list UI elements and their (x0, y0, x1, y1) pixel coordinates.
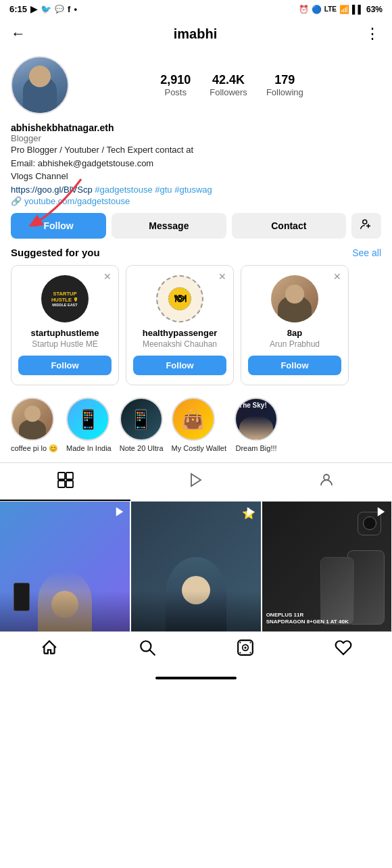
profile-section: 2,910 Posts 42.4K Followers 179 Followin… (0, 49, 392, 206)
status-right: ⏰ 🔵 LTE 📶 ▌▌ 63% (299, 5, 383, 14)
svg-text:🍽: 🍽 (174, 292, 187, 305)
bio-hashtag-gtuswag[interactable]: #gtuswag (174, 185, 212, 195)
svg-line-12 (149, 650, 154, 655)
bio-youtube-link[interactable]: youtube.com/gadgetstouse (24, 196, 130, 206)
posts-label: Posts (160, 87, 191, 97)
close-healthy-button[interactable]: ✕ (218, 271, 226, 282)
story-wallet[interactable]: 👜 My Costly Wallet (172, 397, 227, 453)
bio-hashtag-gadgets[interactable]: #gadgetstouse (95, 185, 152, 195)
messenger-icon: 💬 (55, 5, 64, 14)
tagged-icon (318, 472, 335, 488)
tab-reels[interactable] (130, 463, 261, 501)
startup-logo-text: STARTUPHUSTLE 🎙 (51, 291, 78, 303)
nav-search[interactable] (98, 639, 196, 660)
nav-reels-icon (237, 639, 254, 656)
close-startup-button[interactable]: ✕ (103, 271, 112, 282)
suggested-title: Suggested for you (11, 247, 100, 258)
suggested-card-startup: ✕ STARTUPHUSTLE 🎙 MIDDLE EAST startuphus… (11, 265, 119, 385)
story-note-label: Note 20 Ultra (120, 444, 164, 452)
suggested-section: Suggested for you See all ✕ STARTUPHUSTL… (0, 247, 392, 388)
heart-icon (335, 639, 352, 656)
story-note[interactable]: 📱 Note 20 Ultra (120, 397, 164, 453)
8ap-name: Arun Prabhud (248, 339, 341, 349)
status-bar: 6:15 ▶ 🐦 💬 f • ⏰ 🔵 LTE 📶 ▌▌ 63% (0, 0, 392, 18)
profile-tabs (0, 462, 392, 502)
svg-point-17 (249, 642, 251, 643)
grid-post-1[interactable] (0, 502, 130, 631)
svg-rect-9 (66, 481, 73, 487)
reel-badge-1 (114, 506, 126, 520)
grid-icon (57, 472, 74, 488)
svg-rect-6 (58, 473, 65, 479)
svg-rect-7 (66, 473, 73, 479)
bio-youtube-url[interactable]: 🔗 youtube.com/gadgetstouse (11, 196, 381, 206)
food-icon: 🍽 (167, 286, 193, 312)
svg-point-10 (324, 475, 329, 480)
reel-badge-3 (375, 506, 387, 520)
avatar[interactable] (11, 56, 69, 114)
facebook-icon: f (68, 4, 70, 14)
follow-button[interactable]: Follow (11, 213, 106, 239)
story-india-label: Made In India (66, 444, 112, 452)
bio-link-line: https://goo.gl/BlVScp #gadgetstouse #gtu… (11, 183, 381, 197)
story-sky[interactable]: The Sky! Dream Big!!! (235, 397, 278, 453)
healthy-follow-button[interactable]: Follow (133, 356, 226, 375)
story-india[interactable]: 📱 Made In India (66, 397, 112, 453)
posts-stat[interactable]: 2,910 Posts (160, 73, 191, 97)
tab-tagged[interactable] (262, 463, 392, 501)
close-8ap-button[interactable]: ✕ (333, 271, 341, 282)
grid-post-2[interactable]: ⭐ (131, 502, 261, 631)
story-coffee-label: coffee pi lo 😊 (11, 444, 58, 453)
following-stat[interactable]: 179 Following (266, 73, 303, 97)
story-coffee[interactable]: coffee pi lo 😊 (11, 397, 58, 453)
story-wallet-label: My Costly Wallet (172, 444, 227, 452)
bio-short-link[interactable]: https://goo.gl/BlVScp (11, 185, 93, 195)
bio-section: abhishekbhatnagar.eth Blogger Pro Blogge… (11, 122, 381, 206)
see-all-button[interactable]: See all (352, 247, 381, 258)
8ap-follow-button[interactable]: Follow (248, 356, 341, 375)
bio-username: abhishekbhatnagar.eth (11, 122, 381, 133)
more-options-button[interactable]: ⋮ (365, 25, 381, 43)
profile-top: 2,910 Posts 42.4K Followers 179 Followin… (11, 56, 381, 114)
search-icon (139, 639, 156, 656)
profile-stats: 2,910 Posts 42.4K Followers 179 Followin… (82, 73, 381, 97)
nav-home[interactable] (0, 639, 98, 660)
svg-point-15 (244, 646, 246, 648)
nav-reels[interactable] (196, 639, 294, 660)
reel-badge-2 (245, 506, 257, 520)
tab-grid[interactable] (0, 463, 130, 501)
person-icon-button[interactable] (351, 213, 381, 239)
story-sky-avatar: The Sky! (235, 397, 278, 441)
battery-icon: 63% (366, 5, 383, 14)
add-person-icon (360, 218, 373, 231)
svg-point-18 (239, 652, 241, 653)
startup-follow-button[interactable]: Follow (18, 356, 112, 375)
oneplus-overlay: ONEPLUS 11RSNAPDRAGON 8+GEN 1 AT 40K (266, 612, 388, 626)
healthy-username: healthypassenger (133, 328, 226, 338)
bio-text: Pro Blogger / Youtuber / Tech Expert con… (11, 143, 381, 183)
followers-label: Followers (210, 87, 247, 97)
suggested-header: Suggested for you See all (11, 247, 381, 258)
message-button[interactable]: Message (112, 213, 226, 239)
8ap-username: 8ap (248, 328, 341, 338)
startup-logo-sub: MIDDLE EAST (52, 303, 77, 307)
reels-icon (188, 472, 204, 488)
home-icon (41, 639, 58, 656)
followers-count: 42.4K (210, 73, 247, 87)
suggested-card-healthy: ✕ 🍽 healthypassenger Meenakshi Chauhan F… (126, 265, 234, 385)
bio-hashtag-gtu[interactable]: #gtu (155, 185, 172, 195)
profile-header: ← imabhi ⋮ (0, 18, 392, 49)
contact-button[interactable]: Contact (232, 213, 346, 239)
lte-icon: LTE (324, 5, 337, 13)
nav-heart[interactable] (294, 639, 392, 660)
status-left: 6:15 ▶ 🐦 💬 f • (9, 4, 77, 14)
posts-count: 2,910 (160, 73, 191, 87)
alarm-icon: ⏰ (299, 5, 309, 14)
followers-stat[interactable]: 42.4K Followers (210, 73, 247, 97)
healthy-name: Meenakshi Chauhan (133, 339, 226, 349)
back-button[interactable]: ← (11, 25, 26, 43)
action-buttons-area: Follow Message Contact (0, 213, 392, 239)
link-icon: 🔗 (11, 196, 22, 206)
bottom-nav (0, 631, 392, 673)
grid-post-3[interactable]: ONEPLUS 11RSNAPDRAGON 8+GEN 1 AT 40K (262, 502, 392, 631)
